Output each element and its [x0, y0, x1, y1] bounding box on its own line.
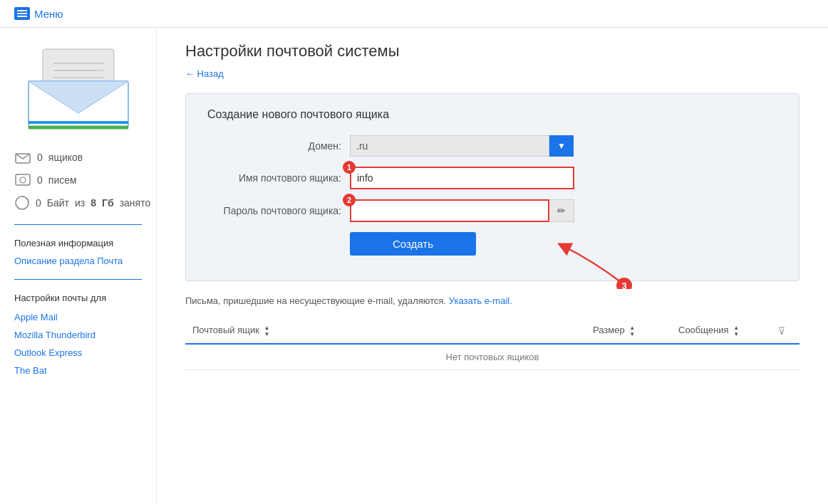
mailbox-input-wrap: 1 — [350, 167, 574, 189]
password-input-wrap: 2 ✏ — [350, 199, 574, 222]
mailbox-label: Имя почтового ящика: — [207, 172, 350, 184]
stat-storage: 0 Байт из 8 Гб занято — [14, 194, 142, 211]
domain-label: Домен: — [207, 140, 350, 152]
step-badge-2: 2 — [343, 194, 356, 206]
sort-arrows-messages: ▲▼ — [733, 325, 739, 337]
password-label: Пароль почтового ящика: — [207, 205, 350, 216]
storage-total-unit: Гб — [102, 197, 114, 209]
col-mailbox[interactable]: Почтовый ящик ▲▼ — [185, 319, 586, 344]
filter-icon[interactable]: ⊽ — [778, 325, 785, 337]
mailboxes-count: 0 — [37, 152, 43, 163]
sidebar: 0 ящиков 0 писем — [0, 28, 157, 504]
page-title: Настройки почтовой системы — [185, 42, 799, 61]
envelope-svg — [21, 46, 135, 131]
mailbox-icon — [14, 149, 31, 166]
mailboxes-label: ящиков — [48, 152, 83, 163]
arrow-annotation: 3 — [549, 239, 635, 289]
letters-count: 0 — [37, 174, 43, 186]
empty-row: Нет почтовых ящиков — [185, 344, 799, 370]
col-messages[interactable]: Сообщения ▲▼ — [671, 319, 771, 344]
empty-text: Нет почтовых ящиков — [185, 344, 799, 370]
sort-arrows-size: ▲▼ — [629, 325, 635, 337]
sidebar-stats: 0 ящиков 0 писем — [14, 149, 142, 211]
domain-input-wrap: ▼ — [350, 135, 574, 157]
thebat-link[interactable]: The Bat — [14, 365, 142, 376]
storage-icon — [14, 194, 30, 211]
domain-input[interactable] — [350, 135, 549, 157]
outlook-link[interactable]: Outlook Express — [14, 347, 142, 358]
domain-dropdown-btn[interactable]: ▼ — [549, 135, 574, 157]
top-nav: Меню — [0, 0, 828, 28]
password-row: Пароль почтового ящика: 2 ✏ — [207, 199, 777, 222]
create-button[interactable]: Создать — [350, 232, 476, 256]
hamburger-icon — [14, 7, 30, 20]
step-badge-1: 1 — [343, 161, 356, 174]
sort-arrows-mailbox: ▲▼ — [264, 325, 270, 337]
svg-point-11 — [20, 177, 26, 183]
password-input[interactable] — [350, 199, 549, 222]
stat-letters: 0 писем — [14, 172, 142, 189]
create-mailbox-box: Создание нового почтового ящика Домен: ▼… — [185, 93, 799, 281]
mailbox-table: Почтовый ящик ▲▼ Размер ▲▼ Сообщения ▲▼ … — [185, 319, 799, 370]
section-title: Полезная информация — [14, 238, 142, 248]
svg-rect-10 — [16, 174, 30, 185]
letters-icon — [14, 172, 31, 189]
password-generate-btn[interactable]: ✏ — [549, 199, 574, 222]
col-filter: ⊽ — [771, 319, 799, 344]
svg-point-14 — [616, 278, 632, 289]
divider-1 — [14, 224, 142, 225]
storage-total: 8 — [90, 197, 96, 209]
stat-mailboxes: 0 ящиков — [14, 149, 142, 166]
storage-suffix: занято — [120, 197, 151, 209]
create-box-title: Создание нового почтового ящика — [207, 108, 777, 121]
col-size[interactable]: Размер ▲▼ — [586, 319, 671, 344]
mailbox-name-row: Имя почтового ящика: 1 — [207, 167, 777, 189]
divider-2 — [14, 279, 142, 280]
content-area: Настройки почтовой системы ← Назад Созда… — [157, 28, 828, 504]
mailbox-input[interactable] — [350, 167, 574, 189]
settings-subtitle: Настройки почты для — [14, 293, 142, 303]
main-layout: 0 ящиков 0 писем — [0, 28, 828, 504]
thunderbird-link[interactable]: Mozilla Thunderbird — [14, 330, 142, 340]
storage-unit: Байт — [47, 197, 69, 209]
domain-row: Домен: ▼ — [207, 135, 777, 157]
storage-used: 0 — [36, 197, 41, 209]
menu-label: Меню — [34, 8, 63, 20]
info-text-content: Письма, пришедшие на несуществующие e-ma… — [185, 295, 446, 306]
sidebar-illustration — [14, 46, 142, 131]
letters-label: писем — [48, 174, 77, 186]
apple-mail-link[interactable]: Apple Mail — [14, 312, 142, 322]
specify-email-link[interactable]: Указать e-mail. — [449, 295, 512, 306]
back-link[interactable]: ← Назад — [185, 68, 224, 79]
menu-button[interactable]: Меню — [14, 7, 63, 20]
svg-text:3: 3 — [621, 280, 626, 289]
description-link[interactable]: Описание раздела Почта — [14, 256, 142, 266]
info-text: Письма, пришедшие на несуществующие e-ma… — [185, 295, 799, 306]
